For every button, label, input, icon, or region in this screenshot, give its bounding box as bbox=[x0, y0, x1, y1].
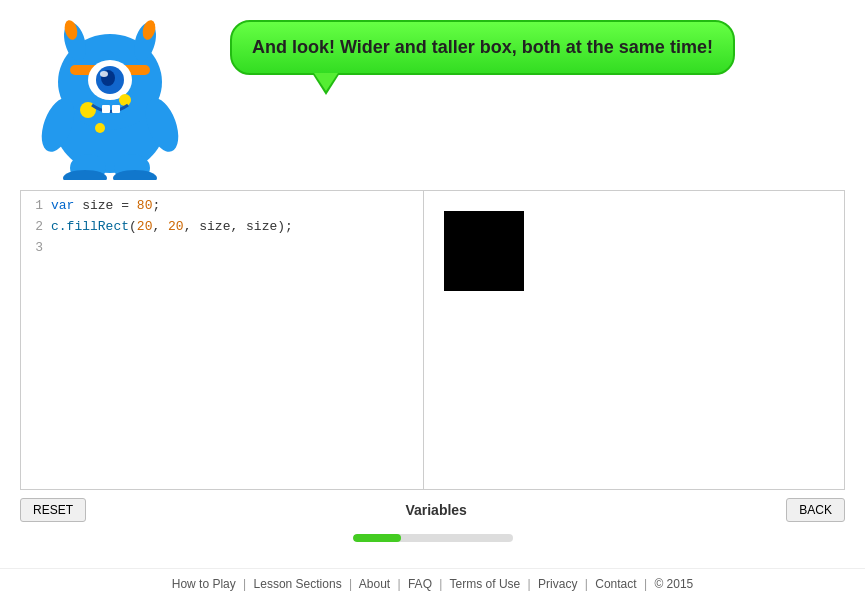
footer-lesson-sections[interactable]: Lesson Sections bbox=[254, 577, 342, 591]
code-line-1: 1 var size = 80; bbox=[21, 196, 423, 217]
speech-text: And look! Wider and taller box, both at … bbox=[252, 37, 713, 58]
progress-container bbox=[0, 530, 865, 550]
progress-fill bbox=[353, 534, 401, 542]
drawn-rectangle bbox=[444, 211, 524, 291]
footer-contact[interactable]: Contact bbox=[595, 577, 636, 591]
svg-point-13 bbox=[95, 123, 105, 133]
code-panel[interactable]: 1 var size = 80; 2 c.fillRect(20, 20, si… bbox=[21, 191, 424, 489]
line-number-1: 1 bbox=[21, 196, 51, 217]
footer-how-to-play[interactable]: How to Play bbox=[172, 577, 236, 591]
speech-bubble: And look! Wider and taller box, both at … bbox=[230, 20, 735, 75]
editor-area: 1 var size = 80; 2 c.fillRect(20, 20, si… bbox=[20, 190, 845, 490]
footer-privacy[interactable]: Privacy bbox=[538, 577, 577, 591]
code-line-2: 2 c.fillRect(20, 20, size, size); bbox=[21, 217, 423, 238]
bottom-bar: RESET Variables BACK bbox=[20, 490, 845, 530]
line-number-3: 3 bbox=[21, 238, 51, 259]
footer-faq[interactable]: FAQ bbox=[408, 577, 432, 591]
footer-sep-6: | bbox=[585, 577, 588, 591]
footer-about[interactable]: About bbox=[359, 577, 390, 591]
footer-terms[interactable]: Terms of Use bbox=[450, 577, 521, 591]
line-number-2: 2 bbox=[21, 217, 51, 238]
svg-rect-15 bbox=[112, 105, 120, 113]
mascot-container bbox=[20, 10, 220, 184]
reset-button[interactable]: RESET bbox=[20, 498, 86, 522]
line-content-2: c.fillRect(20, 20, size, size); bbox=[51, 217, 293, 238]
footer-sep-3: | bbox=[397, 577, 400, 591]
footer-copyright: © 2015 bbox=[654, 577, 693, 591]
footer-sep-7: | bbox=[644, 577, 647, 591]
header: And look! Wider and taller box, both at … bbox=[0, 0, 865, 185]
footer-sep-4: | bbox=[439, 577, 442, 591]
mascot-icon bbox=[20, 10, 200, 180]
footer-sep-1: | bbox=[243, 577, 246, 591]
code-line-3: 3 bbox=[21, 238, 423, 259]
footer: How to Play | Lesson Sections | About | … bbox=[0, 568, 865, 599]
svg-point-12 bbox=[119, 94, 131, 106]
svg-rect-14 bbox=[102, 105, 110, 113]
back-button[interactable]: BACK bbox=[786, 498, 845, 522]
line-content-1: var size = 80; bbox=[51, 196, 160, 217]
footer-sep-2: | bbox=[349, 577, 352, 591]
lesson-title: Variables bbox=[405, 502, 467, 518]
canvas-output bbox=[424, 191, 844, 489]
progress-track bbox=[353, 534, 513, 542]
canvas-panel bbox=[424, 191, 844, 489]
footer-sep-5: | bbox=[528, 577, 531, 591]
svg-point-10 bbox=[100, 71, 108, 77]
